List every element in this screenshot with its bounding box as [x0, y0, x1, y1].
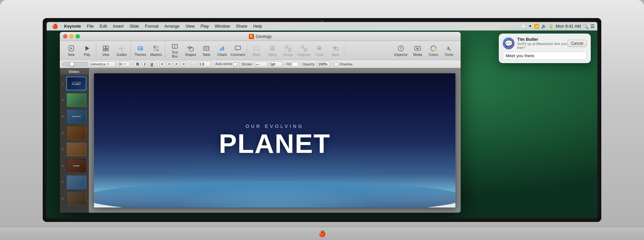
align-center-button[interactable]: ≡ — [167, 61, 172, 67]
menubar-keynote[interactable]: Keynote — [61, 23, 83, 30]
zoom-slider[interactable] — [62, 62, 88, 66]
apple-logo: 🍎 — [318, 230, 326, 237]
italic-button[interactable]: I — [142, 61, 147, 67]
align-justify-button[interactable]: ≡ — [181, 61, 187, 67]
toolbar-group-insert: T Text Box — [166, 43, 247, 59]
auto-shrink-checkbox[interactable] — [233, 62, 237, 66]
slide-thumb-2[interactable]: 2 — [60, 92, 88, 108]
keynote-icon-label: K — [250, 35, 253, 38]
media-button[interactable]: Media — [410, 43, 425, 58]
themes-button[interactable]: Themes — [133, 43, 148, 58]
guides-button[interactable]: Guides — [114, 43, 129, 58]
line-spacing-button[interactable]: ↕ — [191, 61, 196, 67]
slide-thumb-8[interactable]: 8 — [60, 190, 88, 207]
slide-thumb-3[interactable]: 3 TECTONICS — [60, 108, 88, 125]
colors-button[interactable]: Colors — [426, 43, 441, 58]
shadow-label: Shadow — [339, 62, 353, 66]
underline-button[interactable]: U — [149, 61, 155, 67]
slide-thumb-7[interactable]: 7 — [60, 174, 88, 190]
charts-icon — [218, 44, 226, 52]
minimize-button[interactable] — [69, 34, 74, 38]
masters-button[interactable]: Masters — [149, 43, 164, 58]
svg-rect-13 — [153, 46, 156, 49]
menubar-format[interactable]: Format — [142, 23, 161, 30]
toolbar-group-right: Inspector Media — [391, 43, 458, 59]
slide-num-5: 5 — [62, 148, 65, 151]
menubar-file[interactable]: File — [84, 23, 96, 30]
svg-marker-3 — [85, 46, 89, 51]
view-button[interactable]: View — [98, 43, 113, 58]
slide-preview-8 — [66, 192, 86, 205]
menubar-share[interactable]: Share — [233, 23, 250, 30]
toolbar-group-themes: Themes — [131, 43, 165, 59]
menubar-edit[interactable]: Edit — [97, 23, 109, 30]
menu-time: Mon 9:41 AM — [556, 24, 581, 29]
font-select[interactable]: Helvetica ▼ — [89, 61, 116, 67]
cancel-button[interactable]: Cancel — [567, 40, 587, 47]
slide-thumb-1[interactable]: 1 OUR EVOLVING PLANET — [60, 75, 88, 92]
window-title-group: K Geology — [249, 34, 271, 39]
maximize-button[interactable] — [76, 34, 80, 38]
slide-thumb-4[interactable]: 4 — [60, 125, 88, 141]
notification-center-icon[interactable]: ☰ — [590, 24, 595, 29]
slide-num-2: 2 — [62, 98, 65, 102]
apple-menu[interactable]: 🍎 — [49, 23, 61, 30]
menubar-arrange[interactable]: Arrange — [162, 23, 182, 30]
menubar-help[interactable]: Help — [251, 23, 265, 30]
guides-label: Guides — [116, 53, 127, 57]
stroke-select[interactable]: — — [254, 61, 267, 67]
search-icon[interactable]: 🔍 — [583, 24, 588, 29]
format-divider-7 — [300, 61, 300, 67]
traffic-lights — [63, 34, 80, 38]
textbox-button[interactable]: T Text Box — [167, 43, 182, 58]
close-button[interactable] — [63, 34, 67, 38]
fonts-button[interactable]: A a Fonts — [442, 43, 457, 58]
new-button[interactable]: New — [64, 43, 79, 58]
font-size-select[interactable]: 36 ▼ — [117, 61, 130, 67]
ungroup-button: Ungroup — [296, 43, 311, 58]
opacity-select[interactable]: 100% — [317, 61, 330, 67]
colors-icon — [429, 44, 437, 52]
fill-color-swatch[interactable] — [292, 62, 298, 66]
keynote-app-icon: K — [249, 34, 254, 39]
svg-text:T: T — [173, 45, 175, 48]
slide-preview-inner-2 — [67, 94, 86, 106]
media-label: Media — [413, 53, 422, 57]
slides-header: Slides — [60, 68, 88, 75]
shadow-checkbox[interactable] — [334, 62, 338, 66]
menubar-window[interactable]: Window — [212, 23, 233, 30]
stroke-size-select[interactable]: 1pt — [269, 61, 282, 67]
slide-canvas[interactable]: OUR EVOLVING PLANET — [89, 68, 461, 213]
line-spacing-select[interactable]: 1.0 — [198, 61, 211, 67]
charts-button[interactable]: Charts — [215, 43, 230, 58]
menubar-slide[interactable]: Slide — [127, 23, 142, 30]
alpha-label: Alpha — [268, 53, 277, 57]
play-button[interactable]: Play — [80, 43, 95, 58]
svg-rect-14 — [156, 46, 159, 49]
slide-thumb-5[interactable]: 5 — [60, 141, 88, 157]
bold-button[interactable]: B — [134, 61, 141, 67]
table-button[interactable]: Table — [199, 43, 214, 58]
slide-preview-6: EROSION — [66, 159, 86, 173]
guides-icon — [118, 44, 126, 52]
menubar-play[interactable]: Play — [198, 23, 211, 30]
inspector-button[interactable]: Inspector — [392, 43, 409, 58]
toolbar-group-new-play: New Play — [62, 43, 96, 59]
svg-rect-16 — [156, 49, 159, 51]
slide-preview-3: TECTONICS — [66, 109, 86, 123]
menubar-view[interactable]: View — [183, 23, 197, 30]
slide-preview-inner-5 — [67, 143, 86, 156]
shapes-button[interactable]: Shapes — [183, 43, 198, 58]
comment-button[interactable]: Comment — [230, 43, 245, 58]
align-right-button[interactable]: ≡ — [174, 61, 180, 67]
textbox-label: Text Box — [169, 51, 181, 59]
volume-icon: 🔊 — [541, 24, 546, 29]
title-bar: K Geology — [60, 32, 461, 41]
reply-input[interactable] — [506, 53, 584, 58]
play-icon — [83, 44, 91, 52]
align-left-button[interactable]: ≡ — [159, 61, 165, 67]
slide-thumb-6[interactable]: 6 EROSION — [60, 157, 88, 174]
menubar-insert[interactable]: Insert — [110, 23, 126, 30]
alpha-icon — [268, 44, 276, 52]
inspector-label: Inspector — [394, 53, 407, 57]
